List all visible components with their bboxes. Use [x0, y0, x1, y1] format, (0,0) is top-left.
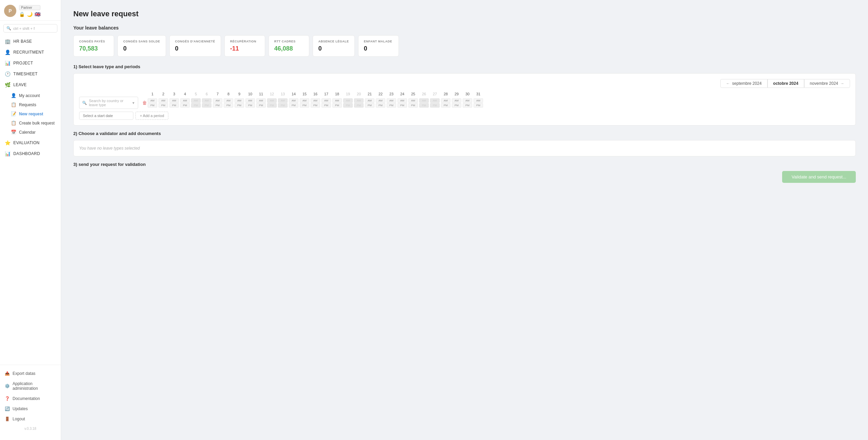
section2-title: 2) Choose a validator and add documents — [73, 131, 856, 136]
pm-slot-day-8[interactable]: PM — [224, 103, 233, 108]
export-icon: 📤 — [5, 371, 10, 376]
avatar: P — [4, 5, 16, 17]
current-month-btn[interactable]: octobre 2024 — [768, 79, 804, 88]
project-icon: 📊 — [5, 60, 11, 66]
sidebar-item-my-account[interactable]: 👤 My account — [0, 91, 61, 100]
pm-slot-day-3[interactable]: PM — [169, 103, 179, 108]
am-slot-day-29[interactable]: AM — [452, 98, 461, 103]
sidebar-item-evaluation[interactable]: ⭐ EVALUATION — [0, 137, 61, 148]
sidebar-item-timesheet[interactable]: 🕐 TIMESHEET — [0, 69, 61, 79]
lock-icon[interactable]: 🔒 — [19, 12, 25, 17]
search-icon: 🔍 — [6, 26, 11, 31]
cal-cell-day-22: AMPM — [375, 98, 386, 108]
sidebar-item-recruitment[interactable]: 👤 RECRUITMENT — [0, 47, 61, 58]
cal-cell-day-25: AMPM — [408, 98, 419, 108]
am-slot-day-1[interactable]: AM — [148, 98, 157, 103]
pm-slot-day-10[interactable]: PM — [245, 103, 255, 108]
balances-grid: CONGÉS PAYÉS 70,583 CONGÉS SANS SOLDE 0 … — [73, 35, 856, 57]
pm-slot-day-4[interactable]: PM — [180, 103, 190, 108]
cal-cell-day-18: AMPM — [332, 98, 343, 108]
partner-badge: Partner — [19, 5, 40, 10]
pm-slot-day-15[interactable]: PM — [300, 103, 309, 108]
leave-type-search[interactable]: 🔍 Search by country or leave type ▼ — [79, 97, 138, 109]
am-slot-day-15[interactable]: AM — [300, 98, 309, 103]
language-icon[interactable]: 🇬🇧 — [35, 12, 40, 17]
pm-slot-day-24[interactable]: PM — [398, 103, 407, 108]
pm-slot-day-29[interactable]: PM — [452, 103, 461, 108]
pm-slot-day-30[interactable]: PM — [463, 103, 472, 108]
am-slot-day-11[interactable]: AM — [256, 98, 266, 103]
pm-slot-day-18[interactable]: PM — [332, 103, 342, 108]
next-month-btn[interactable]: novembre 2024 → — [804, 79, 850, 88]
cal-cell-day-3: AMPM — [169, 98, 180, 108]
pm-slot-day-5: PM — [191, 103, 201, 108]
am-slot-day-17[interactable]: AM — [321, 98, 331, 103]
sidebar-item-label: TIMESHEET — [13, 72, 37, 76]
pm-slot-day-1[interactable]: PM — [148, 103, 157, 108]
am-slot-day-23[interactable]: AM — [387, 98, 396, 103]
sidebar-item-dashboard[interactable]: 📊 DASHBOARD — [0, 148, 61, 159]
sidebar-item-requests[interactable]: 📋 Requests — [0, 100, 61, 109]
pm-slot-day-11[interactable]: PM — [256, 103, 266, 108]
am-slot-day-7[interactable]: AM — [213, 98, 222, 103]
pm-slot-day-21[interactable]: PM — [365, 103, 374, 108]
sidebar-item-logout[interactable]: 🚪 Logout — [0, 414, 61, 424]
cal-cell-day-7: AMPM — [212, 98, 223, 108]
am-slot-day-2[interactable]: AM — [159, 98, 168, 103]
am-slot-day-18[interactable]: AM — [332, 98, 342, 103]
am-slot-day-9[interactable]: AM — [235, 98, 244, 103]
delete-row-icon[interactable]: 🗑 — [142, 100, 147, 106]
am-slot-day-6: AM — [202, 98, 211, 103]
am-slot-day-8[interactable]: AM — [224, 98, 233, 103]
sidebar-item-leave[interactable]: 🌿 LEAVE — [0, 79, 61, 90]
am-slot-day-22[interactable]: AM — [376, 98, 385, 103]
am-slot-day-16[interactable]: AM — [311, 98, 320, 103]
am-slot-day-28[interactable]: AM — [441, 98, 450, 103]
sidebar-item-updates[interactable]: 🔄 Updates — [0, 404, 61, 414]
day-header-19: 19 — [343, 92, 353, 96]
pm-slot-day-7[interactable]: PM — [213, 103, 222, 108]
day-header-13: 13 — [277, 92, 288, 96]
sidebar-item-application-administration[interactable]: ⚙️ Application administration — [0, 379, 61, 394]
am-slot-day-3[interactable]: AM — [169, 98, 179, 103]
am-slot-day-14[interactable]: AM — [289, 98, 298, 103]
theme-icon[interactable]: 🌙 — [27, 12, 33, 17]
am-slot-day-31[interactable]: AM — [474, 98, 483, 103]
sidebar-sub-label: My account — [19, 93, 40, 98]
sidebar-item-hr-base[interactable]: 🏢 HR BASE — [0, 36, 61, 47]
validate-send-btn[interactable]: Validate and send request... — [782, 171, 856, 183]
pm-slot-day-16[interactable]: PM — [311, 103, 320, 108]
add-period-btn[interactable]: + Add a period — [135, 112, 168, 120]
calendar-grid: 1234567891011121314151617181920212223242… — [79, 92, 850, 120]
sidebar-item-export-datas[interactable]: 📤 Export datas — [0, 368, 61, 379]
pm-slot-day-25[interactable]: PM — [408, 103, 418, 108]
search-bar[interactable]: 🔍 ctrl + shift + f — [3, 24, 57, 33]
pm-slot-day-14[interactable]: PM — [289, 103, 298, 108]
am-slot-day-4[interactable]: AM — [180, 98, 190, 103]
am-slot-day-24[interactable]: AM — [398, 98, 407, 103]
am-slot-day-21[interactable]: AM — [365, 98, 374, 103]
prev-month-btn[interactable]: ← septembre 2024 — [720, 79, 768, 88]
am-slot-day-25[interactable]: AM — [408, 98, 418, 103]
pm-slot-day-28[interactable]: PM — [441, 103, 450, 108]
sidebar-item-create-bulk-request[interactable]: 📋 Create bulk request — [0, 118, 61, 128]
day-header-28: 28 — [440, 92, 451, 96]
pm-slot-day-9[interactable]: PM — [235, 103, 244, 108]
start-date-input[interactable] — [79, 112, 133, 120]
pm-slot-day-31[interactable]: PM — [474, 103, 483, 108]
pm-slot-day-22[interactable]: PM — [376, 103, 385, 108]
day-header-25: 25 — [408, 92, 419, 96]
pm-slot-day-23[interactable]: PM — [387, 103, 396, 108]
am-slot-day-10[interactable]: AM — [245, 98, 255, 103]
am-slot-day-30[interactable]: AM — [463, 98, 472, 103]
day-header-16: 16 — [310, 92, 321, 96]
sidebar-item-new-request[interactable]: 📝 New request — [0, 109, 61, 118]
day-header-30: 30 — [462, 92, 473, 96]
pm-slot-day-17[interactable]: PM — [321, 103, 331, 108]
sidebar-item-project[interactable]: 📊 PROJECT — [0, 58, 61, 69]
pm-slot-day-2[interactable]: PM — [159, 103, 168, 108]
pm-slot-day-26: PM — [419, 103, 429, 108]
sidebar-item-documentation[interactable]: ❓ Documentation — [0, 394, 61, 404]
sidebar-item-calendar[interactable]: 📅 Calendar — [0, 128, 61, 137]
day-header-27: 27 — [429, 92, 440, 96]
